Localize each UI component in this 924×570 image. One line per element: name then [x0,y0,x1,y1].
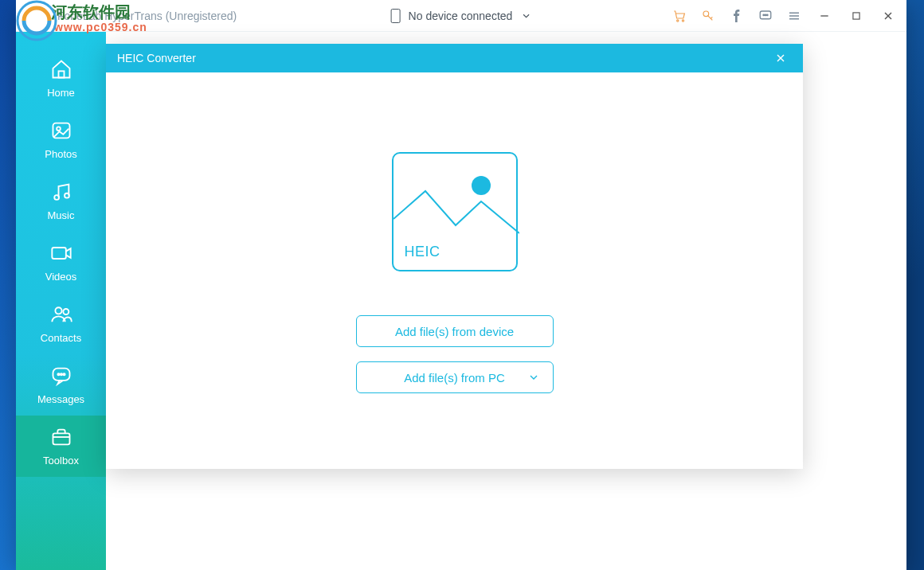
sidebar-item-music[interactable]: Music [16,170,106,232]
sidebar-item-toolbox[interactable]: Toolbox [16,416,106,477]
site-logo [16,0,57,41]
cart-icon[interactable] [672,9,687,23]
svg-rect-15 [58,71,64,77]
svg-point-5 [763,14,765,16]
feedback-icon[interactable] [758,9,773,23]
messages-icon [50,365,72,387]
sidebar-item-videos[interactable]: Videos [16,232,106,293]
maximize-button[interactable] [848,7,865,25]
mountain-icon [393,187,519,235]
button-label: Add file(s) from device [395,325,514,338]
sidebar-item-label: Music [48,209,75,221]
svg-point-26 [63,373,65,375]
videos-icon [50,242,72,264]
svg-point-24 [57,373,59,375]
sidebar-item-label: Messages [37,393,84,405]
svg-point-2 [682,19,683,21]
contacts-icon [50,303,72,326]
minimize-button[interactable] [816,7,833,25]
main-area: HEIC Converter HEIC Add file(s) from dev… [106,32,906,570]
heic-label: HEIC [405,244,440,260]
sidebar-item-contacts[interactable]: Contacts [16,293,106,354]
svg-point-19 [65,193,69,198]
app-window: 河东软件园 www.pc0359.cn FoneLab HyperTrans (… [16,0,906,570]
modal-title: HEIC Converter [117,52,196,64]
close-button[interactable] [879,7,897,25]
svg-point-1 [677,19,679,21]
sidebar-item-label: Contacts [41,332,81,344]
close-icon [774,52,787,64]
svg-point-6 [765,14,766,16]
chevron-down-icon [527,371,540,384]
heic-illustration: HEIC [392,152,518,271]
app-body: Home Photos Music Videos Contacts Messag… [16,32,906,570]
heic-converter-modal: HEIC Converter HEIC Add file(s) from dev… [106,44,803,469]
titlebar-right [672,7,897,25]
device-selector[interactable]: No device connected [382,6,542,26]
music-icon [50,181,72,203]
svg-point-22 [63,309,69,314]
sidebar-item-photos[interactable]: Photos [16,109,106,170]
button-label: Add file(s) from PC [404,371,505,385]
home-icon [50,58,72,80]
svg-point-25 [60,373,61,375]
phone-icon [391,9,401,23]
sidebar-item-label: Toolbox [43,455,79,467]
svg-rect-27 [53,433,69,444]
toolbox-icon [50,426,72,448]
key-icon[interactable] [701,9,715,23]
svg-point-17 [57,127,61,131]
sidebar-item-label: Videos [45,271,77,283]
menu-icon[interactable] [787,9,801,23]
svg-point-18 [54,195,59,200]
modal-body: HEIC Add file(s) from device Add file(s)… [106,72,803,469]
svg-point-7 [767,14,769,16]
modal-header: HEIC Converter [106,44,803,72]
titlebar: FoneLab HyperTrans (Unregistered) No dev… [16,0,906,32]
photos-icon [50,119,72,142]
sidebar-item-messages[interactable]: Messages [16,354,106,416]
sidebar-item-label: Home [47,87,75,99]
watermark-text-2: www.pc0359.cn [54,21,147,33]
svg-point-21 [55,307,61,314]
modal-close-button[interactable] [769,47,792,69]
device-label: No device connected [409,10,513,22]
sidebar-item-label: Photos [45,148,76,160]
facebook-icon[interactable] [730,9,744,23]
add-from-pc-button[interactable]: Add file(s) from PC [356,361,554,393]
sidebar-item-home[interactable]: Home [16,48,106,109]
svg-rect-12 [853,12,859,18]
watermark-text-1: 河东软件园 [51,2,131,23]
sidebar: Home Photos Music Videos Contacts Messag… [16,32,106,570]
add-from-device-button[interactable]: Add file(s) from device [356,315,554,347]
chevron-down-icon [520,10,531,21]
svg-rect-20 [52,248,66,259]
